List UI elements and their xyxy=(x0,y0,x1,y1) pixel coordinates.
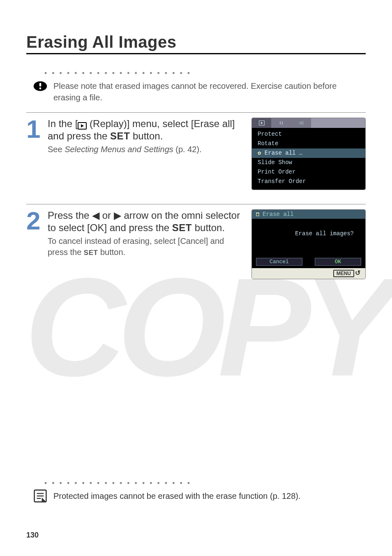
step2-text-a: Press the xyxy=(48,210,92,221)
step2-or: or xyxy=(99,210,114,221)
svg-marker-3 xyxy=(81,124,84,127)
step1-sub-b: (p. 42). xyxy=(173,145,202,154)
lcd2-cancel-button: Cancel xyxy=(256,258,302,266)
lcd1-item-3: Slide Show xyxy=(252,158,365,167)
step-2-sub: To cancel instead of erasing, select [Ca… xyxy=(48,236,245,258)
step1-text-a: In the [ xyxy=(48,118,78,129)
step-2: 2 Press the ◀ or ▶ arrow on the omni sel… xyxy=(26,209,366,279)
footer-note: •••••••••••••••••••• Protected images ca… xyxy=(26,479,366,511)
rule-1 xyxy=(26,112,366,113)
svg-rect-11 xyxy=(302,122,303,124)
lcd-screenshot-1: Protect Rotate ✿ Erase all … Slide Show … xyxy=(251,118,366,190)
set-label-2: SET xyxy=(172,222,192,233)
step2-sub-b: button. xyxy=(98,248,125,257)
warning-note: Please note that erased images cannot be… xyxy=(26,80,366,103)
lcd2-question: Erase all images? xyxy=(295,230,354,237)
step-1-number: 1 xyxy=(26,118,44,190)
lcd1-item-0: Protect xyxy=(252,130,365,139)
svg-point-9 xyxy=(281,123,283,125)
footer-text: Protected images cannot be erased with t… xyxy=(53,490,300,502)
menu-label: MENU xyxy=(333,270,354,277)
lcd-tab-setup xyxy=(272,118,291,128)
set-label-1: SET xyxy=(110,130,130,141)
rule-2 xyxy=(26,204,366,204)
svg-point-8 xyxy=(279,122,281,123)
lcd1-tabs xyxy=(252,118,365,128)
page-title: Erasing All Images xyxy=(26,33,366,51)
step-1-sub: See Selecting Menus and Settings (p. 42)… xyxy=(48,144,245,155)
arrow-right-icon: ▶ xyxy=(114,210,121,221)
dotted-separator-top: •••••••••••••••••••• xyxy=(44,69,366,78)
title-underline xyxy=(26,53,366,54)
step1-sub-italic: Selecting Menus and Settings xyxy=(65,145,173,154)
exclamation-icon xyxy=(33,80,48,92)
set-label-3: SET xyxy=(84,249,98,257)
warning-text: Please note that erased images cannot be… xyxy=(53,80,366,103)
arrow-left-icon: ◀ xyxy=(92,210,99,221)
trash-icon-small: ✿ xyxy=(258,150,261,156)
step1-text-c: button. xyxy=(130,130,163,141)
lcd1-item-2: ✿ Erase all … xyxy=(252,148,365,158)
lcd1-item-1: Rotate xyxy=(252,139,365,148)
step-1-heading: In the [ (Replay)] menu, select [Erase a… xyxy=(48,118,245,142)
lcd2-body: Erase all images? Cancel OK xyxy=(252,219,365,268)
lcd-tab-replay xyxy=(252,118,272,128)
memo-icon xyxy=(33,490,48,502)
lcd-tab-mycamera xyxy=(291,118,311,128)
svg-marker-18 xyxy=(42,498,46,502)
lcd2-title: Erase all xyxy=(263,211,294,218)
lcd1-item-4: Print Order xyxy=(252,167,365,177)
step2-text-c: button. xyxy=(192,222,225,233)
svg-rect-13 xyxy=(256,213,259,213)
step1-sub-a: See xyxy=(48,145,65,154)
lcd2-button-row: Cancel OK xyxy=(252,258,365,266)
step2-sub-a: To cancel instead of erasing, select [Ca… xyxy=(48,236,224,257)
svg-point-2 xyxy=(39,87,42,89)
lcd2-menu-hint: MENU↺ xyxy=(252,268,365,279)
step-2-heading: Press the ◀ or ▶ arrow on the omni selec… xyxy=(48,209,245,234)
svg-marker-5 xyxy=(261,122,263,124)
svg-rect-1 xyxy=(39,83,42,86)
svg-point-10 xyxy=(299,122,301,124)
dotted-separator-bottom: •••••••••••••••••••• xyxy=(44,479,366,488)
lcd2-ok-button: OK xyxy=(315,258,361,266)
trash-icon-2 xyxy=(255,212,260,217)
lcd1-body: Protect Rotate ✿ Erase all … Slide Show … xyxy=(252,128,365,190)
step-2-number: 2 xyxy=(26,209,44,279)
lcd1-item-5: Transfer Order xyxy=(252,177,365,186)
svg-rect-12 xyxy=(256,213,259,216)
lcd1-item-2-text: Erase all … xyxy=(265,150,302,156)
lcd-screenshot-2: Erase all Erase all images? Cancel OK ME… xyxy=(251,209,366,279)
step-1: 1 In the [ (Replay)] menu, select [Erase… xyxy=(26,118,366,190)
replay-icon xyxy=(78,122,87,130)
lcd2-header: Erase all xyxy=(252,210,365,219)
page-number: 130 xyxy=(26,531,39,540)
return-icon: ↺ xyxy=(354,269,363,277)
